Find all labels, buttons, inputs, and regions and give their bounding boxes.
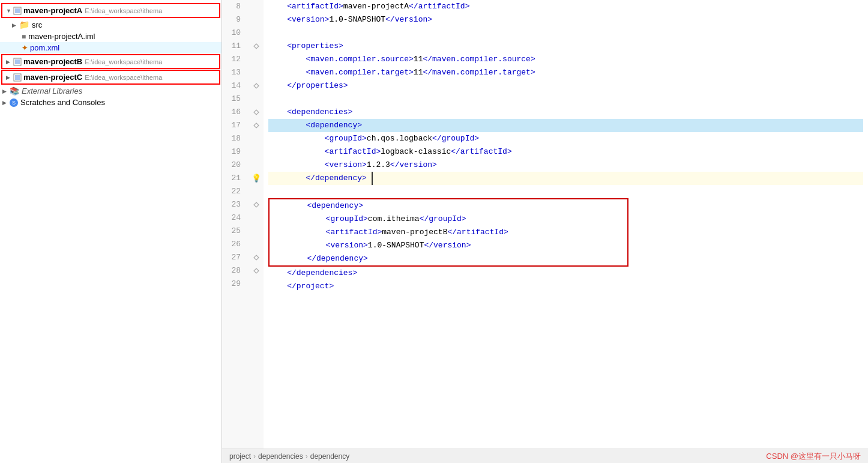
ln-25: 25 [222, 225, 244, 238]
code-line-17: <dependency> [268, 119, 863, 132]
gutter-25 [249, 225, 264, 238]
code-line-20: <version>1.2.3</version> [268, 159, 863, 172]
ln-17: 17 [222, 119, 244, 132]
code-line-15 [268, 92, 863, 106]
ln-22: 22 [222, 185, 244, 198]
tag-8: <artifactId> [268, 0, 343, 13]
sidebar-item-ext-libraries[interactable]: 📚 External Libraries [0, 85, 222, 97]
line-numbers: 8 9 10 11 12 13 14 15 16 17 18 19 20 21 … [222, 0, 249, 449]
expand-arrow-projectA[interactable] [6, 7, 13, 14]
code-line-19: <artifactId>logback-classic</artifactId> [268, 145, 863, 159]
editor-panel: 8 9 10 11 12 13 14 15 16 17 18 19 20 21 … [222, 0, 868, 463]
src-label: src [32, 20, 42, 29]
iml-icon: ■ [22, 32, 26, 41]
gutter-19 [249, 145, 264, 159]
code-line-27: </dependency> [270, 252, 627, 265]
gutter-26 [249, 238, 264, 251]
svg-rect-5 [15, 75, 20, 80]
sidebar-item-pom[interactable]: ✦ pom.xml [0, 42, 222, 53]
pom-label: pom.xml [30, 43, 59, 52]
scratches-icon: S [10, 98, 18, 107]
sidebar-item-maven-projectC[interactable]: maven-projectC E:\idea_workspace\ithema [4, 71, 218, 83]
gutter-13 [249, 66, 264, 79]
svg-rect-1 [15, 8, 20, 13]
expand-arrow-src[interactable] [12, 22, 19, 28]
code-line-14: </properties> [268, 79, 863, 92]
sidebar-item-scratches[interactable]: S Scratches and Consoles [0, 97, 222, 108]
svg-marker-6 [254, 44, 259, 49]
gutter-14 [249, 79, 264, 92]
breadcrumb-sep-1: › [253, 452, 256, 461]
breadcrumb: project › dependencies › dependency [229, 452, 349, 461]
sidebar-item-maven-projectB[interactable]: maven-projectB E:\idea_workspace\ithema [4, 56, 218, 67]
code-line-11: <properties> [268, 40, 863, 53]
breadcrumb-dependencies: dependencies [258, 452, 303, 461]
ln-8: 8 [222, 0, 244, 13]
folder-icon-src: 📁 [19, 20, 29, 29]
ln-20: 20 [222, 159, 244, 172]
code-line-8: <artifactId>maven-projectA</artifactId> [268, 0, 863, 13]
gutter-15 [249, 92, 264, 106]
code-area[interactable]: <artifactId>maven-projectA</artifactId> … [264, 0, 868, 449]
sidebar-item-iml[interactable]: ■ maven-projectA.iml [0, 31, 222, 42]
gutter-29 [249, 277, 264, 291]
code-line-9: <version>1.0-SNAPSHOT</version> [268, 13, 863, 26]
code-line-26: <version>1.0-SNAPSHOT</version> [270, 239, 627, 252]
ln-18: 18 [222, 132, 244, 145]
ln-28: 28 [222, 264, 244, 277]
gutter-9 [249, 13, 264, 26]
svg-marker-11 [254, 255, 259, 260]
projectA-label: maven-projectA [23, 6, 82, 15]
gutter-24 [249, 211, 264, 225]
bulb-icon[interactable]: 💡 [252, 174, 261, 183]
ln-9: 9 [222, 13, 244, 26]
ln-13: 13 [222, 66, 244, 79]
gutter-23 [249, 198, 264, 211]
expand-arrow-ext[interactable] [2, 88, 10, 94]
code-line-23: <dependency> [270, 199, 627, 213]
ln-27: 27 [222, 251, 244, 264]
ln-19: 19 [222, 145, 244, 159]
code-line-10 [268, 26, 863, 40]
gutter-10 [249, 26, 264, 40]
gutter: 💡 [249, 0, 264, 449]
gutter-27 [249, 251, 264, 264]
ln-23: 23 [222, 198, 244, 211]
code-line-29: </project> [268, 280, 863, 293]
main-container: maven-projectA E:\idea_workspace\ithema … [0, 0, 868, 463]
svg-marker-10 [254, 202, 259, 207]
module-icon-A [13, 7, 22, 15]
code-line-28: </dependencies> [268, 267, 863, 280]
projectB-label: maven-projectB [23, 57, 82, 66]
projectA-path: E:\idea_workspace\ithema [85, 7, 162, 14]
expand-arrow-projectC[interactable] [6, 74, 13, 80]
status-bar: project › dependencies › dependency CSDN… [222, 449, 868, 463]
editor-content: 8 9 10 11 12 13 14 15 16 17 18 19 20 21 … [222, 0, 868, 449]
expand-arrow-projectB[interactable] [6, 58, 13, 65]
ln-29: 29 [222, 277, 244, 291]
svg-rect-3 [15, 59, 20, 64]
text-8: maven-projectA [343, 0, 409, 13]
code-line-12: <maven.compiler.source>11</maven.compile… [268, 53, 863, 66]
svg-marker-12 [254, 268, 259, 273]
ln-15: 15 [222, 92, 244, 106]
gutter-21: 💡 [249, 172, 264, 185]
sidebar: maven-projectA E:\idea_workspace\ithema … [0, 0, 222, 463]
code-line-18: <groupId>ch.qos.logback</groupId> [268, 132, 863, 145]
code-line-24: <groupId>com.itheima</groupId> [270, 213, 627, 226]
code-line-21: </dependency> [268, 172, 863, 185]
expand-arrow-scratches[interactable] [2, 99, 10, 106]
sidebar-item-src[interactable]: 📁 src [0, 19, 222, 31]
code-line-16: <dependencies> [268, 106, 863, 119]
svg-marker-9 [254, 123, 259, 128]
csdn-watermark: CSDN @这里有一只小马呀 [766, 451, 861, 462]
sidebar-item-maven-projectA[interactable]: maven-projectA E:\idea_workspace\ithema [4, 5, 218, 16]
xml-icon-pom: ✦ [22, 44, 28, 52]
code-line-13: <maven.compiler.target>11</maven.compile… [268, 66, 863, 79]
maven-projectA-border: maven-projectA E:\idea_workspace\ithema [1, 3, 220, 18]
projectB-path: E:\idea_workspace\ithema [85, 58, 162, 65]
breadcrumb-dependency: dependency [310, 452, 349, 461]
libraries-icon: 📚 [10, 86, 19, 95]
ln-12: 12 [222, 53, 244, 66]
ln-10: 10 [222, 26, 244, 40]
